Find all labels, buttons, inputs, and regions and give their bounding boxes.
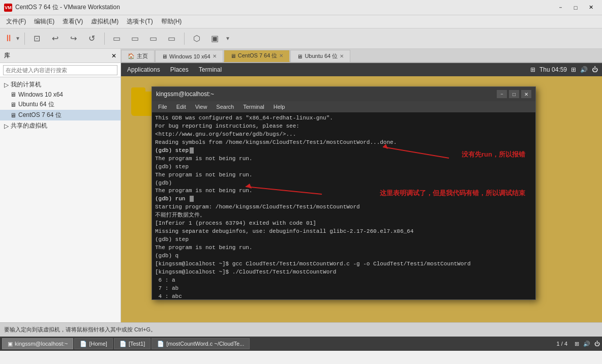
taskbar-item-mostcountword[interactable]: 📄 [mostCountWord.c ~/CloudTe... [152,338,250,349]
term-menu-help[interactable]: Help [269,103,289,111]
power-icon: ⏻ [592,66,598,73]
terminal-maximize-button[interactable]: □ [509,90,519,98]
toolbar-settings-button[interactable]: ▣ [207,31,223,46]
sidebar-title: 库 [4,51,10,60]
gnome-time: Thu 04:59 [539,66,567,73]
sidebar-item-shared[interactable]: ▷ 共享的虚拟机 [0,120,121,131]
tab-home-label: 主页 [137,52,148,60]
menu-vm[interactable]: 虚拟机(M) [87,16,123,27]
term-line: (gdb) q [155,252,532,260]
toolbar-connect-button[interactable]: ⬡ [189,31,205,46]
menu-help[interactable]: 帮助(H) [157,16,186,27]
tab-centos-close[interactable]: ✕ [279,53,283,58]
tab-windows-icon: 🖥 [162,53,167,59]
taskbar-test1-icon: 📄 [119,341,127,347]
terminal-content[interactable]: This GDB was configured as "x86_64-redha… [152,112,535,299]
tab-home[interactable]: 🏠 主页 [121,50,155,62]
maximize-button[interactable]: □ [568,3,583,13]
gnome-terminal[interactable]: Terminal [197,65,224,74]
terminal-close-button[interactable]: ✕ [521,90,531,98]
tab-windows10[interactable]: 🖥 Windows 10 x64 ✕ [155,50,223,62]
tree-label: Windows 10 x64 [18,91,63,98]
term-menu-search[interactable]: Search [212,103,238,111]
terminal-menubar: File Edit View Search Terminal Help [152,101,535,112]
desktop[interactable]: kingssm@localhost:~ － □ ✕ File Edit View… [121,76,602,322]
term-line: [Inferior 1 (process 63794) exited with … [155,220,532,228]
toolbar: ⏸ ▼ ⊡ ↩ ↪ ↺ ▭ ▭ ▭ ▭ ⬡ ▣ ▼ [0,28,602,49]
tab-centos-icon: 🖥 [230,53,236,59]
term-menu-terminal[interactable]: Terminal [239,103,268,111]
toolbar-snapshot-button[interactable]: ▭ [164,31,180,46]
tree-label: 共享的虚拟机 [11,122,47,130]
term-menu-edit[interactable]: Edit [172,103,190,111]
app-icon: VM [4,4,12,12]
tab-windows-close[interactable]: ✕ [213,53,217,59]
tree-label: 我的计算机 [11,80,41,89]
term-line: <http://www.gnu.org/software/gdb/bugs/>.… [155,131,532,139]
toolbar-snap-button[interactable]: ▭ [145,31,162,46]
term-menu-view[interactable]: View [191,103,212,111]
taskbar-item-test1[interactable]: 📄 [Test1] [114,338,150,349]
network-icon: ⊞ [571,66,576,73]
toolbar-send-button[interactable]: ⊡ [29,31,45,46]
toolbar-fullscreen-button[interactable]: ▭ [109,31,125,46]
tab-ubuntu[interactable]: 🖥 Ubuntu 64 位 ✕ [290,50,350,62]
menu-tab[interactable]: 选项卡(T) [123,16,157,27]
annotation-run-done: 这里表明调试了，但是我代码有错，所以调试结束 [380,189,525,198]
taskbar-item-home[interactable]: 📄 [Home] [74,338,112,349]
vm-icon: 🖥 [10,112,16,119]
toolbar-refresh-button[interactable]: ↺ [84,31,100,46]
menu-file[interactable]: 文件(F) [2,16,30,27]
settings-icon: ⊞ [530,66,535,73]
sidebar-item-mycomputer[interactable]: ▷ 我的计算机 [0,79,121,90]
tab-ubuntu-close[interactable]: ✕ [340,53,344,59]
sidebar-search-input[interactable] [3,65,117,75]
gnome-applications[interactable]: Applications [125,65,162,74]
annotation-no-run: 没有先run，所以报错 [462,150,525,160]
taskbar-terminal-icon: ▣ [8,341,13,347]
term-line: Reading symbols from /home/kingssm/Cloud… [155,139,532,147]
gnome-places[interactable]: Places [168,65,191,74]
tab-centos[interactable]: 🖥 CentOS 7 64 位 ✕ [224,50,290,62]
menu-edit[interactable]: 编辑(E) [30,16,58,27]
taskbar-network-icon: ⊞ [575,341,579,347]
statusbar-text: 要输入定向到该虚拟机，请将鼠标指针移入其中或按 Ctrl+G。 [4,326,156,333]
toolbar-back-button[interactable]: ↩ [47,31,64,46]
folder-icon: ▷ [4,123,9,130]
tab-ubuntu-icon: 🖥 [297,53,303,59]
tab-ubuntu-label: Ubuntu 64 位 [305,52,338,60]
volume-icon: 🔊 [580,66,588,73]
tab-bar: 🏠 主页 🖥 Windows 10 x64 ✕ 🖥 CentOS 7 64 位 … [121,49,602,63]
term-line: 4 : abc [155,293,532,299]
taskbar-volume-icon: 🔊 [583,341,590,347]
taskbar-mostcountword-label: [mostCountWord.c ~/CloudTe... [166,341,244,347]
close-button[interactable]: ✕ [584,3,598,13]
taskbar-home-icon: 📄 [80,341,87,347]
terminal-titlebar: kingssm@localhost:~ － □ ✕ [152,87,535,101]
terminal-controls: － □ ✕ [497,90,531,98]
vmware-statusbar: 要输入定向到该虚拟机，请将鼠标指针移入其中或按 Ctrl+G。 [0,322,602,337]
tab-home-icon: 🏠 [128,53,135,59]
sidebar-item-ubuntu[interactable]: 🖥 Ubuntu 64 位 [0,99,121,110]
tree-label: CentOS 7 64 位 [18,111,62,119]
taskbar-power-icon: ⏻ [594,341,600,347]
term-line: 不能打开数据文件。 [155,211,532,220]
term-menu-file[interactable]: File [154,103,171,111]
gnome-taskbar: ▣ kingssm@localhost:~ 📄 [Home] 📄 [Test1]… [0,337,602,351]
sidebar-header: 库 ✕ [0,49,121,63]
term-line: Starting program: /home/kingssm/CloudTes… [155,203,532,211]
toolbar-forward-button[interactable]: ↪ [66,31,82,46]
taskbar-test1-label: [Test1] [129,341,145,347]
menu-view[interactable]: 查看(V) [58,16,87,27]
taskbar-right: 1 / 4 ⊞ 🔊 ⏻ [554,341,600,347]
menubar: 文件(F) 编辑(E) 查看(V) 虚拟机(M) 选项卡(T) 帮助(H) [0,15,602,28]
taskbar-terminal-label: kingssm@localhost:~ [15,341,68,347]
sidebar-item-centos[interactable]: 🖥 CentOS 7 64 位 [0,110,121,120]
terminal-window[interactable]: kingssm@localhost:~ － □ ✕ File Edit View… [152,86,536,300]
sidebar-close-button[interactable]: ✕ [111,52,116,59]
taskbar-item-terminal[interactable]: ▣ kingssm@localhost:~ [2,338,73,349]
toolbar-unity-button[interactable]: ▭ [127,31,143,46]
terminal-minimize-button[interactable]: － [497,90,507,98]
minimize-button[interactable]: － [553,3,567,13]
sidebar-item-windows10[interactable]: 🖥 Windows 10 x64 [0,90,121,99]
